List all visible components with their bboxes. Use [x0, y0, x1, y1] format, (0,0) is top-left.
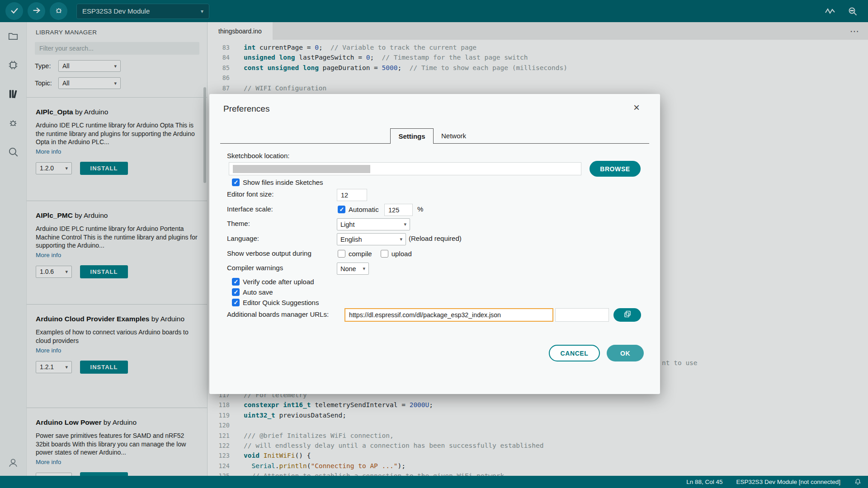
boards-urls-input-extra[interactable]	[555, 308, 609, 322]
percent-label: %	[417, 205, 423, 213]
cursor-position[interactable]: Ln 88, Col 45	[686, 479, 722, 485]
compile-label: compile	[349, 250, 372, 258]
dialog-title: Preferences	[223, 104, 269, 114]
boards-urls-value: https://dl.espressif.com/dl/package_esp3…	[349, 311, 501, 319]
show-files-label: Show files inside Sketches	[243, 178, 323, 186]
notifications-bell-icon[interactable]	[854, 478, 862, 486]
sketchbook-path-redacted	[233, 165, 370, 173]
tab-settings[interactable]: Settings	[390, 128, 434, 144]
quick-suggestions-checkbox[interactable]	[232, 299, 240, 306]
language-select[interactable]: English ▾	[337, 233, 406, 245]
interface-scale-input[interactable]: 125	[384, 204, 413, 216]
language-label: Language:	[227, 235, 259, 242]
chevron-down-icon: ▾	[363, 266, 365, 272]
upload-checkbox[interactable]	[381, 250, 388, 258]
cancel-button[interactable]: CANCEL	[549, 345, 600, 361]
close-icon[interactable]: ×	[633, 102, 640, 113]
new-window-icon	[623, 310, 632, 320]
show-files-checkbox[interactable]	[232, 178, 240, 186]
compile-checkbox[interactable]	[338, 250, 345, 258]
interface-scale-label: Interface scale:	[227, 205, 273, 213]
editor-font-size-label: Editor font size:	[227, 190, 274, 198]
preferences-dialog: Preferences × Settings Network Sketchboo…	[209, 94, 660, 394]
theme-value: Light	[340, 221, 354, 228]
language-value: English	[340, 236, 362, 243]
reload-required-note: (Reload required)	[409, 235, 462, 242]
auto-save-checkbox[interactable]	[232, 288, 240, 296]
compiler-warnings-select[interactable]: None ▾	[337, 263, 369, 275]
board-connection-status[interactable]: ESP32S3 Dev Module [not connected]	[736, 479, 840, 485]
preferences-tabs: Settings Network	[220, 128, 649, 144]
verbose-output-label: Show verbose output during	[227, 249, 311, 257]
boards-urls-label: Additional boards manager URLs:	[227, 310, 329, 318]
sketchbook-location-label: Sketchbook location:	[227, 152, 289, 160]
chevron-down-icon: ▾	[404, 221, 406, 227]
status-bar: Ln 88, Col 45 ESP32S3 Dev Module [not co…	[0, 476, 868, 488]
verify-code-checkbox[interactable]	[232, 278, 240, 286]
tab-network[interactable]: Network	[441, 132, 466, 140]
verify-code-label: Verify code after upload	[243, 278, 314, 286]
ok-button[interactable]: OK	[607, 345, 644, 361]
chevron-down-icon: ▾	[400, 236, 402, 242]
sketchbook-location-input[interactable]	[229, 162, 581, 175]
compiler-warnings-label: Compiler warnings	[227, 264, 283, 272]
automatic-scale-checkbox[interactable]	[338, 206, 345, 213]
warnings-value: None	[340, 265, 356, 272]
theme-label: Theme:	[227, 220, 250, 227]
open-urls-window-button[interactable]	[613, 308, 641, 322]
arduino-ide-window: ESP32S3 Dev Module ▾ LIBRARY MANAGER Typ…	[0, 0, 868, 488]
auto-save-label: Auto save	[243, 288, 273, 296]
upload-label: upload	[392, 250, 412, 258]
editor-font-size-input[interactable]: 12	[337, 189, 367, 201]
interface-scale-value: 125	[388, 206, 399, 214]
quick-suggestions-label: Editor Quick Suggestions	[243, 299, 319, 306]
automatic-label: Automatic	[349, 206, 379, 213]
editor-font-size-value: 12	[341, 192, 348, 199]
browse-button[interactable]: BROWSE	[590, 161, 641, 177]
theme-select[interactable]: Light ▾	[337, 218, 410, 230]
boards-urls-input[interactable]: https://dl.espressif.com/dl/package_esp3…	[344, 308, 553, 322]
